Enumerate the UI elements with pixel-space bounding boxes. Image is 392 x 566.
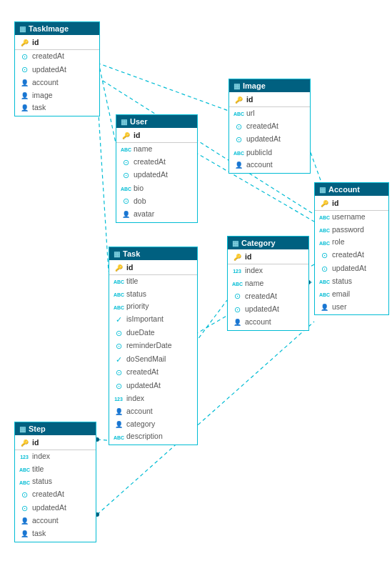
clock-icon xyxy=(114,327,124,339)
account-field-username: username xyxy=(315,211,388,224)
abc-icon xyxy=(121,144,131,154)
image-header: ▦ Image xyxy=(229,79,310,92)
category-table-icon: ▦ xyxy=(232,239,238,247)
step-field-account: account xyxy=(15,515,96,527)
image-table-icon: ▦ xyxy=(233,82,240,90)
account-title: Account xyxy=(328,185,360,194)
task-title: Task xyxy=(123,249,140,258)
clock-icon xyxy=(233,121,243,133)
user-field-name: name xyxy=(116,143,197,156)
category-field-name: name xyxy=(228,277,308,290)
key-icon xyxy=(233,94,243,106)
check-icon xyxy=(114,314,124,326)
task-table-icon: ▦ xyxy=(114,250,120,258)
step-field-task: task xyxy=(15,527,96,540)
task-field-updatedAt: updatedAt xyxy=(109,379,197,393)
abc-icon xyxy=(19,464,29,475)
account-field-email: email xyxy=(315,288,388,301)
task-field-category: category xyxy=(109,418,197,431)
step-field-createdAt: createdAt xyxy=(15,488,96,502)
user-icon xyxy=(19,515,29,527)
category-field-createdAt: createdAt xyxy=(228,289,308,303)
clock-icon xyxy=(19,64,29,76)
abc-icon xyxy=(121,183,131,194)
clock-icon xyxy=(232,290,242,302)
taskimage-body: id createdAt updatedAt account image tas… xyxy=(15,35,99,116)
abc-icon xyxy=(114,432,124,442)
user-icon xyxy=(319,302,329,313)
category-field-index: index xyxy=(228,264,308,277)
category-body: id index name createdAt updatedAt accoun… xyxy=(228,249,308,330)
taskimage-title: TaskImage xyxy=(29,24,69,33)
clock-icon xyxy=(114,367,124,379)
key-icon xyxy=(232,252,242,263)
abc-icon xyxy=(114,302,124,312)
user-icon xyxy=(232,317,242,328)
num-icon xyxy=(232,265,242,276)
account-body: id username password role createdAt upda… xyxy=(315,196,388,314)
taskimage-field-account: account xyxy=(15,76,99,89)
step-body: id index title status createdAt updatedA… xyxy=(15,435,96,542)
user-body: id name createdAt updatedAt bio dob avat… xyxy=(116,128,197,222)
task-field-priority: priority xyxy=(109,300,197,313)
task-field-index: index xyxy=(109,392,197,405)
taskimage-field-task: task xyxy=(15,101,99,114)
abc-icon xyxy=(319,276,329,287)
clock-icon xyxy=(114,340,124,352)
image-field-id: id xyxy=(229,94,310,107)
user-table-icon: ▦ xyxy=(121,118,127,126)
task-field-description: description xyxy=(109,430,197,443)
abc-icon xyxy=(319,237,329,248)
task-field-account: account xyxy=(109,405,197,418)
clock-icon xyxy=(19,489,29,501)
task-field-title: title xyxy=(109,275,197,288)
image-field-createdAt: createdAt xyxy=(229,120,310,134)
task-field-id: id xyxy=(109,262,197,275)
svg-line-6 xyxy=(195,300,227,343)
step-field-index: index xyxy=(15,450,96,463)
clock-icon xyxy=(319,249,329,262)
user-icon xyxy=(19,77,29,89)
task-field-doSendMail: doSendMail xyxy=(109,353,197,367)
step-field-updatedAt: updatedAt xyxy=(15,502,96,515)
clock-icon xyxy=(19,502,29,515)
user-header: ▦ User xyxy=(116,115,197,128)
clock-icon xyxy=(319,263,329,275)
abc-icon xyxy=(19,477,29,487)
user-entity: ▦ User id name createdAt updatedAt bio d… xyxy=(116,114,198,223)
image-field-account: account xyxy=(229,159,310,172)
image-entity: ▦ Image id url createdAt updatedAt publi… xyxy=(228,79,311,174)
image-body: id url createdAt updatedAt publicId acco… xyxy=(229,92,310,173)
user-icon xyxy=(19,102,29,114)
user-icon xyxy=(233,159,243,171)
account-field-createdAt: createdAt xyxy=(315,249,388,262)
image-field-updatedAt: updatedAt xyxy=(229,133,310,147)
taskimage-icon: ▦ xyxy=(19,25,26,33)
clock-icon xyxy=(19,51,29,63)
taskimage-header: ▦ TaskImage xyxy=(15,22,99,35)
key-icon xyxy=(19,37,29,49)
clock-icon xyxy=(232,304,242,316)
abc-icon xyxy=(319,289,329,299)
user-icon xyxy=(19,90,29,101)
step-entity: ▦ Step id index title status createdAt u… xyxy=(14,422,96,542)
svg-line-0 xyxy=(97,63,228,111)
user-field-updatedAt: updatedAt xyxy=(116,169,197,182)
user-field-id: id xyxy=(116,129,197,143)
user-title: User xyxy=(130,117,147,126)
abc-icon xyxy=(114,289,124,299)
task-field-isImportant: isImportant xyxy=(109,313,197,327)
account-field-id: id xyxy=(315,197,388,211)
account-table-icon: ▦ xyxy=(319,186,326,194)
num-icon xyxy=(19,451,29,462)
user-icon xyxy=(114,419,124,430)
abc-icon xyxy=(319,212,329,222)
category-header: ▦ Category xyxy=(228,237,308,249)
user-field-dob: dob xyxy=(116,194,197,208)
abc-icon xyxy=(233,108,243,119)
taskimage-field-id: id xyxy=(15,36,99,50)
abc-icon xyxy=(232,278,242,289)
task-header: ▦ Task xyxy=(109,247,197,260)
num-icon xyxy=(114,393,124,404)
taskimage-field-image: image xyxy=(15,89,99,102)
